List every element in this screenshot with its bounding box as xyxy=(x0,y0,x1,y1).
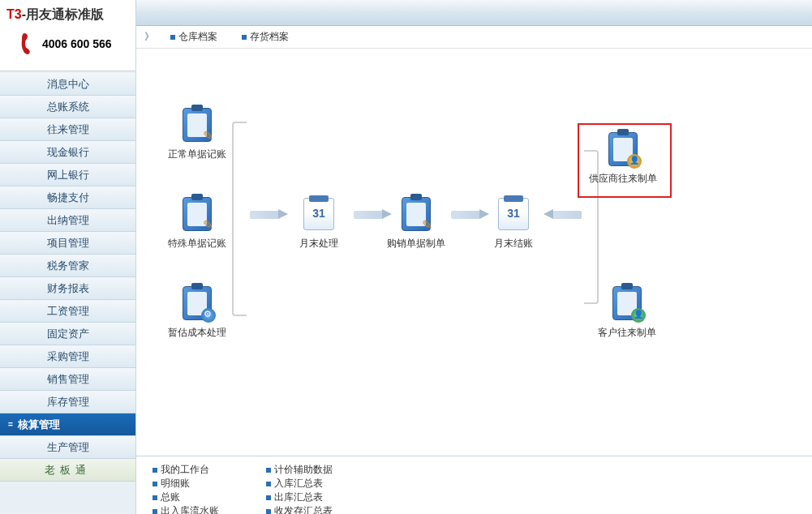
brand-suffix: -用友通标准版 xyxy=(22,7,104,21)
nav-boss[interactable]: 老板通 xyxy=(0,459,135,482)
toolbar-link-label: 仓库档案 xyxy=(178,30,217,44)
connector-bracket-left xyxy=(232,122,247,316)
link-label: 总账 xyxy=(161,490,180,504)
node-label: 月末处理 xyxy=(282,237,355,251)
link-general-ledger[interactable]: 总账 xyxy=(153,490,266,504)
node-month-end-process[interactable]: 月末处理 xyxy=(282,195,355,251)
main-area: 》 仓库档案 存货档案 正常单据记账 特殊单据记账 暂估成本处理 xyxy=(136,0,812,514)
nav-financial-report[interactable]: 财务报表 xyxy=(0,277,135,300)
bullet-icon xyxy=(170,35,175,40)
calendar-icon xyxy=(299,195,338,233)
clipboard-pen-icon xyxy=(397,195,436,233)
nav-tax[interactable]: 税务管家 xyxy=(0,255,135,277)
nav-cashier[interactable]: 出纳管理 xyxy=(0,209,135,232)
clipboard-pen-icon xyxy=(178,195,217,233)
node-normal-voucher[interactable]: 正常单据记账 xyxy=(161,105,234,161)
toolbar-inventory-archive[interactable]: 存货档案 xyxy=(242,30,289,44)
node-label: 购销单据制单 xyxy=(380,237,453,251)
bullet-icon xyxy=(266,482,271,486)
toolbar-warehouse-archive[interactable]: 仓库档案 xyxy=(170,30,217,44)
link-outbound-summary[interactable]: 出库汇总表 xyxy=(266,490,380,504)
link-label: 我的工作台 xyxy=(161,463,209,477)
nav-list: 消息中心 总账系统 往来管理 现金银行 网上银行 畅捷支付 出纳管理 项目管理 … xyxy=(0,71,135,514)
link-label: 出库汇总表 xyxy=(274,490,323,504)
node-est-cost[interactable]: 暂估成本处理 xyxy=(161,284,234,340)
support-phone: 4006 600 566 xyxy=(3,32,132,56)
bullet-icon xyxy=(242,35,247,40)
bullet-icon xyxy=(153,468,157,473)
link-inout-flow[interactable]: 出入库流水账 xyxy=(153,504,266,514)
link-label: 计价辅助数据 xyxy=(274,463,333,477)
nav-project[interactable]: 项目管理 xyxy=(0,232,135,255)
phone-number: 4006 600 566 xyxy=(42,37,112,50)
link-detail-ledger[interactable]: 明细账 xyxy=(153,477,266,490)
link-my-workbench[interactable]: 我的工作台 xyxy=(153,463,266,477)
bullet-icon xyxy=(153,509,157,514)
bullet-icon xyxy=(266,509,271,514)
nav-fixed-asset[interactable]: 固定资产 xyxy=(0,323,135,345)
logo-area: T3-用友通标准版 4006 600 566 xyxy=(0,0,135,71)
window-titlebar xyxy=(136,0,812,26)
link-receive-dispatch-summary[interactable]: 收发存汇总表 xyxy=(266,504,380,514)
brand-prefix: T3 xyxy=(6,7,22,21)
link-label: 明细账 xyxy=(161,477,190,490)
clipboard-person-icon xyxy=(604,130,642,169)
node-supplier-ar[interactable]: 供应商往来制单 xyxy=(586,130,659,186)
node-special-voucher[interactable]: 特殊单据记账 xyxy=(161,195,234,251)
phone-icon xyxy=(18,32,36,56)
node-label: 正常单据记账 xyxy=(161,148,234,161)
clipboard-person-green-icon xyxy=(608,284,647,323)
node-customer-ar[interactable]: 客户往来制单 xyxy=(591,284,664,340)
node-label: 特殊单据记账 xyxy=(161,237,234,251)
link-inbound-summary[interactable]: 入库汇总表 xyxy=(266,477,380,490)
bullet-icon xyxy=(153,495,157,500)
arrow-icon xyxy=(552,211,582,219)
nav-cash-bank[interactable]: 现金银行 xyxy=(0,141,135,164)
bullet-icon xyxy=(266,495,271,500)
clipboard-gear-icon xyxy=(178,284,217,323)
clipboard-pen-icon xyxy=(178,105,217,144)
collapse-toggle-icon[interactable]: 》 xyxy=(144,30,154,44)
app-title: T3-用友通标准版 xyxy=(3,6,132,24)
bottom-panel: 我的工作台 计价辅助数据 明细账 入库汇总表 总账 出库汇总表 出入库流水账 收… xyxy=(136,456,812,514)
nav-purchase[interactable]: 采购管理 xyxy=(0,345,135,368)
calendar-icon xyxy=(494,195,533,233)
link-label: 出入库流水账 xyxy=(161,504,219,514)
arrow-icon xyxy=(250,211,279,219)
nav-inventory[interactable]: 库存管理 xyxy=(0,391,135,413)
node-label: 供应商往来制单 xyxy=(586,172,659,186)
node-month-end-close[interactable]: 月末结账 xyxy=(477,195,550,251)
toolbar-link-label: 存货档案 xyxy=(250,30,289,44)
link-label: 收发存汇总表 xyxy=(274,504,333,514)
nav-production[interactable]: 生产管理 xyxy=(0,436,135,459)
workflow-canvas: 正常单据记账 特殊单据记账 暂估成本处理 月末处理 xyxy=(136,49,812,456)
bullet-icon xyxy=(153,482,157,486)
sidebar: T3-用友通标准版 4006 600 566 消息中心 总账系统 往来管理 现金… xyxy=(0,0,136,514)
nav-ar-ap[interactable]: 往来管理 xyxy=(0,118,135,141)
arrow-head-icon xyxy=(543,209,553,219)
bullet-icon xyxy=(266,468,271,473)
nav-payment[interactable]: 畅捷支付 xyxy=(0,186,135,209)
nav-general-ledger[interactable]: 总账系统 xyxy=(0,96,135,118)
nav-salary[interactable]: 工资管理 xyxy=(0,300,135,323)
nav-message-center[interactable]: 消息中心 xyxy=(0,73,135,96)
link-pricing-aux[interactable]: 计价辅助数据 xyxy=(266,463,380,477)
nav-costing[interactable]: 核算管理 xyxy=(0,413,135,436)
arrow-icon xyxy=(354,211,383,219)
link-label: 入库汇总表 xyxy=(274,477,323,490)
nav-online-bank[interactable]: 网上银行 xyxy=(0,164,135,186)
nav-sales[interactable]: 销售管理 xyxy=(0,368,135,391)
toolbar: 》 仓库档案 存货档案 xyxy=(136,26,812,49)
node-label: 客户往来制单 xyxy=(591,326,664,340)
node-purchase-sale[interactable]: 购销单据制单 xyxy=(380,195,453,251)
arrow-icon xyxy=(451,211,480,219)
node-label: 月末结账 xyxy=(477,237,550,251)
node-label: 暂估成本处理 xyxy=(161,326,234,340)
